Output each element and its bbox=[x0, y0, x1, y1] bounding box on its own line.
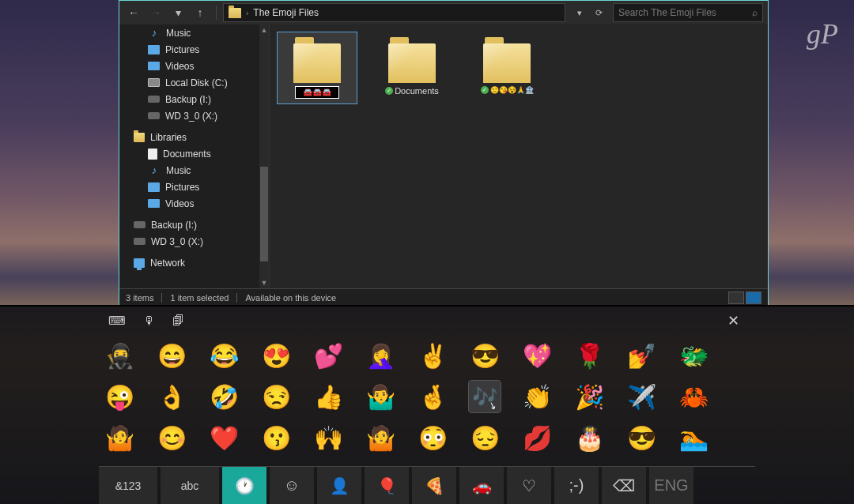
keyboard-bottom-row: &123abc🕐☺👤🎈🍕🚗♡;-)⌫ENG bbox=[99, 466, 755, 504]
nav-back-button[interactable]: ← bbox=[124, 3, 143, 22]
mode-lang-button[interactable]: ENG bbox=[649, 467, 693, 504]
sidebar-item[interactable]: WD 3_0 (X:) bbox=[119, 107, 269, 124]
sidebar-item[interactable]: Backup (I:) bbox=[119, 91, 269, 107]
mode-abc-button[interactable]: abc bbox=[161, 467, 219, 504]
sidebar-item[interactable]: Local Disk (C:) bbox=[119, 74, 269, 91]
separator bbox=[216, 6, 217, 20]
emoji-sunglasses[interactable]: 😎 bbox=[469, 340, 501, 371]
sidebar-libraries-header[interactable]: Libraries bbox=[119, 129, 269, 145]
rename-input[interactable]: 🚘🚘🚘 bbox=[295, 86, 339, 99]
emoji-two-hearts[interactable]: 💕 bbox=[312, 340, 344, 371]
emoji-unamused[interactable]: 😒 bbox=[260, 381, 292, 412]
emoji-thumbs-up[interactable]: 👍 bbox=[312, 381, 344, 412]
emoji-praise[interactable]: 🙌 bbox=[312, 422, 344, 453]
sidebar-item[interactable]: Videos bbox=[119, 195, 269, 212]
emoji-ok-hand[interactable]: 👌 bbox=[156, 381, 187, 412]
mode-smileys-button[interactable]: ☺ bbox=[270, 467, 314, 504]
file-list-pane[interactable]: 🚘🚘🚘 ✓Documents ✓🙂😘😵🙏🏦 bbox=[270, 24, 768, 288]
emoji-kiss[interactable]: 💋 bbox=[521, 422, 553, 453]
disk-icon bbox=[148, 78, 160, 87]
music-icon bbox=[148, 165, 161, 176]
folder-label: 🙂😘😵🙏🏦 bbox=[490, 86, 534, 94]
sidebar-item[interactable]: Pictures bbox=[119, 179, 269, 195]
emoji-grid: 🥷😄😂😍💕🤦‍♀️✌️😎💖🌹💅🐲😜👌🤣😒👍🤷‍♂️🤞🎶↖👏🎉✈️🦀🤷😊❤️😗🙌🤷… bbox=[99, 335, 755, 461]
nav-up-button[interactable]: ↑ bbox=[191, 3, 210, 22]
emoji-airplane[interactable]: ✈️ bbox=[625, 381, 657, 412]
drv-icon bbox=[148, 112, 160, 119]
emoji-crab[interactable]: 🦀 bbox=[678, 381, 709, 412]
refresh-button[interactable]: ⟳ bbox=[591, 5, 606, 21]
sidebar-item-label: WD 3_0 (X:) bbox=[165, 111, 217, 122]
folder-item-renaming[interactable]: 🚘🚘🚘 bbox=[278, 32, 357, 103]
emoji-crossed[interactable]: 🤞 bbox=[417, 381, 448, 412]
sidebar-network[interactable]: Network bbox=[119, 254, 269, 271]
emoji-facepalm[interactable]: 🤦‍♀️ bbox=[365, 340, 396, 371]
mode-sym-button[interactable]: &123 bbox=[99, 467, 157, 504]
emoji-nail[interactable]: 💅 bbox=[625, 340, 657, 371]
close-keyboard-button[interactable]: ✕ bbox=[721, 309, 746, 333]
emoji-clap[interactable]: 👏 bbox=[521, 381, 553, 412]
emoji-shrug-n[interactable]: 🤷 bbox=[365, 422, 396, 453]
sidebar-item-label: Music bbox=[166, 165, 191, 176]
folder-icon bbox=[483, 43, 531, 83]
mode-food-button[interactable]: 🍕 bbox=[412, 467, 456, 504]
nav-recent-dropdown[interactable]: ▾ bbox=[168, 3, 187, 22]
emoji-cake[interactable]: 🎂 bbox=[573, 422, 605, 453]
emoji-joy[interactable]: 😂 bbox=[208, 340, 240, 371]
emoji-rofl[interactable]: 🤣 bbox=[208, 381, 240, 412]
microphone-icon[interactable]: 🎙 bbox=[143, 314, 155, 328]
mode-back-button[interactable]: ⌫ bbox=[602, 467, 646, 504]
emoji-flushed[interactable]: 😳 bbox=[417, 422, 448, 453]
keyboard-settings-icon[interactable]: ⌨ bbox=[108, 314, 126, 328]
sidebar-scrollbar[interactable]: ▲▼ bbox=[259, 24, 269, 288]
sidebar-item[interactable]: Backup (I:) bbox=[119, 216, 269, 233]
emoji-cool-cat[interactable]: 😎 bbox=[625, 422, 657, 453]
status-selected-count: 1 item selected bbox=[170, 293, 237, 303]
mode-ascii-button[interactable]: ;-) bbox=[554, 467, 599, 504]
emoji-heart[interactable]: ❤️ bbox=[208, 422, 240, 453]
sidebar-item-label: WD 3_0 (X:) bbox=[151, 236, 203, 247]
emoji-party[interactable]: 🎉 bbox=[573, 381, 605, 412]
mode-recent-button[interactable]: 🕐 bbox=[222, 467, 266, 504]
mode-hearts-button[interactable]: ♡ bbox=[507, 467, 551, 504]
libraries-icon bbox=[134, 133, 145, 142]
emoji-pensive[interactable]: 😔 bbox=[469, 422, 501, 453]
search-icon: ⌕ bbox=[752, 7, 758, 18]
sidebar-item-label: Videos bbox=[165, 198, 194, 209]
navigation-pane: MusicPicturesVideosLocal Disk (C:)Backup… bbox=[119, 24, 270, 288]
folder-item-documents[interactable]: ✓Documents bbox=[372, 32, 452, 100]
search-input[interactable]: Search The Emoji Files ⌕ bbox=[613, 3, 763, 22]
mode-people-button[interactable]: 👤 bbox=[317, 467, 361, 504]
emoji-grin[interactable]: 😄 bbox=[156, 340, 187, 371]
vid-icon bbox=[148, 199, 160, 208]
view-icons-button[interactable] bbox=[746, 291, 761, 304]
mode-transport-button[interactable]: 🚗 bbox=[459, 467, 504, 504]
file-explorer-window: ← → ▾ ↑ › The Emoji Files ▾ ⟳ Search The… bbox=[119, 0, 769, 307]
mode-celebrate-button[interactable]: 🎈 bbox=[365, 467, 409, 504]
view-details-button[interactable] bbox=[728, 291, 744, 304]
emoji-tongue[interactable]: 😜 bbox=[104, 381, 135, 412]
emoji-music[interactable]: 🎶↖ bbox=[469, 381, 501, 412]
emoji-ninja[interactable]: 🥷 bbox=[104, 340, 135, 371]
sidebar-item[interactable]: Music bbox=[119, 162, 269, 179]
emoji-rose[interactable]: 🌹 bbox=[573, 340, 605, 371]
sidebar-item[interactable]: Music bbox=[119, 24, 269, 41]
folder-item-emoji[interactable]: ✓🙂😘😵🙏🏦 bbox=[467, 32, 546, 99]
emoji-heart-eyes[interactable]: 😍 bbox=[260, 340, 292, 371]
sidebar-item[interactable]: Videos bbox=[119, 58, 269, 74]
emoji-victory[interactable]: ✌️ bbox=[417, 340, 448, 371]
emoji-sparkle-heart[interactable]: 💖 bbox=[521, 340, 553, 371]
clipboard-icon[interactable]: 🗐 bbox=[172, 314, 184, 328]
emoji-swim-cat[interactable]: 🏊 bbox=[678, 422, 709, 453]
sidebar-item[interactable]: Documents bbox=[119, 145, 269, 162]
sidebar-item[interactable]: Pictures bbox=[119, 41, 269, 58]
address-dropdown-button[interactable]: ▾ bbox=[572, 5, 588, 21]
emoji-kiss-face[interactable]: 😗 bbox=[260, 422, 292, 453]
emoji-dragon[interactable]: 🐲 bbox=[678, 340, 709, 371]
emoji-shrug-m[interactable]: 🤷‍♂️ bbox=[365, 381, 396, 412]
nav-forward-button[interactable]: → bbox=[146, 3, 165, 22]
emoji-smile[interactable]: 😊 bbox=[156, 422, 187, 453]
address-bar[interactable]: › The Emoji Files bbox=[223, 3, 565, 22]
sidebar-item[interactable]: WD 3_0 (X:) bbox=[119, 233, 269, 250]
emoji-shrug[interactable]: 🤷 bbox=[104, 422, 135, 453]
